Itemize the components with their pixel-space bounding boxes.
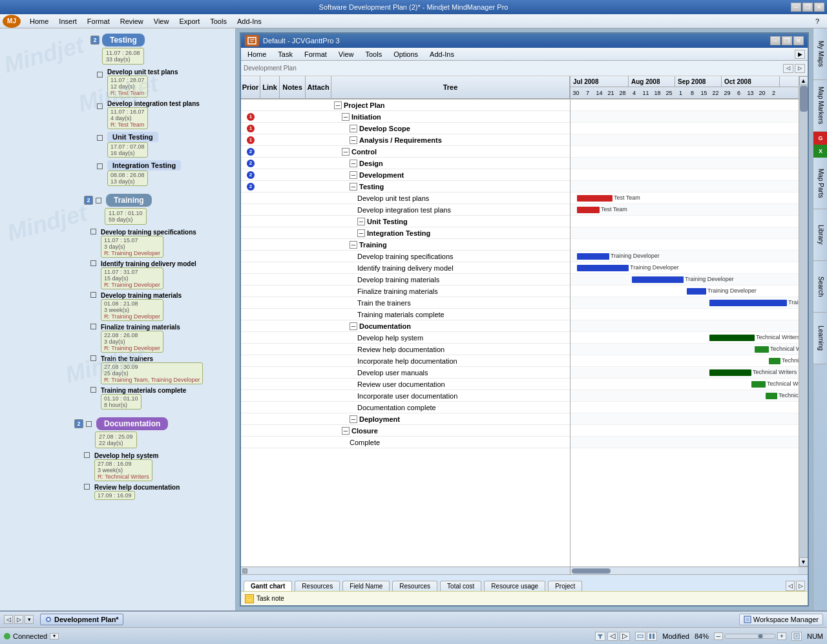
checkbox-help-system[interactable] — [84, 452, 90, 458]
scroll-thumb[interactable] — [800, 86, 808, 112]
gantt-bar[interactable] — [709, 369, 751, 376]
filter-btn[interactable] — [595, 632, 605, 641]
gantt-fwd-btn[interactable]: ▷ — [795, 64, 805, 73]
expand-collapse-btn[interactable]: ─ — [350, 322, 357, 330]
menu-view[interactable]: View — [149, 16, 174, 26]
checkbox-integration-test-plans[interactable] — [97, 103, 103, 109]
checkbox-finalize-materials[interactable] — [90, 324, 96, 329]
help-button[interactable]: ? — [810, 16, 824, 26]
gantt-bar[interactable] — [769, 358, 780, 364]
expand-collapse-btn[interactable]: ─ — [350, 415, 357, 423]
menu-addins[interactable]: Add-Ins — [232, 16, 267, 26]
menu-insert[interactable]: Insert — [54, 16, 82, 26]
gantt-menu-view[interactable]: View — [335, 50, 358, 59]
gantt-bar[interactable] — [709, 335, 755, 341]
restore-button[interactable]: ❐ — [802, 3, 813, 12]
checkbox-integration-testing[interactable] — [97, 163, 103, 169]
expand-collapse-btn[interactable]: ─ — [350, 183, 357, 191]
scroll-down-btn[interactable]: ▼ — [799, 557, 808, 566]
gantt-bar[interactable] — [751, 381, 766, 388]
checkbox-review-help-docs[interactable] — [84, 484, 90, 490]
training-node[interactable]: Training — [106, 194, 152, 207]
zoom-slider[interactable] — [724, 634, 776, 639]
close-button[interactable]: ✕ — [814, 3, 824, 12]
tab-resource-usage[interactable]: Resource usage — [484, 581, 545, 591]
expand-collapse-btn[interactable]: ─ — [357, 229, 365, 237]
gantt-back-btn[interactable]: ◁ — [783, 64, 793, 73]
taskbar-down-btn[interactable]: ▾ — [25, 615, 34, 624]
view-mode-2-btn[interactable] — [647, 632, 657, 641]
sidebar-gantt-icon[interactable]: G — [813, 132, 827, 145]
expand-collapse-btn[interactable]: ─ — [342, 148, 350, 156]
status-dropdown-btn[interactable]: ▾ — [50, 633, 59, 639]
menu-format[interactable]: Format — [82, 16, 115, 26]
sidebar-excel-icon[interactable]: X — [813, 145, 827, 158]
tab-gantt-chart[interactable]: Gantt chart — [244, 581, 292, 591]
checkbox-train-trainers[interactable] — [90, 355, 96, 361]
gantt-restore-btn[interactable]: ❐ — [782, 36, 792, 45]
gantt-menu-task[interactable]: Task — [274, 50, 297, 59]
left-scroll-thumb[interactable] — [242, 568, 247, 574]
checkbox-unit-testing[interactable] — [97, 135, 103, 141]
scroll-up-btn[interactable]: ▲ — [799, 76, 808, 85]
sidebar-tab-my-maps[interactable]: My Maps — [813, 28, 827, 80]
expand-collapse-btn[interactable]: ─ — [342, 113, 350, 121]
gantt-bar[interactable] — [687, 288, 706, 295]
expand-collapse-btn[interactable]: ─ — [342, 427, 350, 435]
taskbar-fwd-btn[interactable]: ▷ — [14, 615, 23, 624]
gantt-expand-btn[interactable]: ▶ — [795, 50, 805, 59]
gantt-bar[interactable] — [577, 195, 612, 202]
expand-collapse-btn[interactable]: ─ — [334, 101, 342, 109]
gantt-bar[interactable] — [709, 300, 787, 306]
tab-prev-btn[interactable]: ◁ — [786, 581, 795, 591]
scroll-track[interactable] — [799, 85, 808, 557]
sidebar-tab-library[interactable]: Library — [813, 209, 827, 261]
view-mode-1-btn[interactable] — [635, 632, 645, 641]
expand-collapse-btn[interactable]: ─ — [350, 171, 357, 179]
gantt-bar[interactable] — [755, 346, 769, 353]
expand-collapse-btn[interactable]: ─ — [350, 136, 357, 144]
right-hscroll[interactable] — [571, 567, 799, 574]
testing-node[interactable]: Testing — [102, 34, 145, 47]
nav-fwd-status-btn[interactable]: ▷ — [620, 632, 630, 641]
sidebar-tab-search[interactable]: Search — [813, 261, 827, 313]
zoom-in-btn[interactable]: + — [777, 632, 786, 640]
gantt-bar[interactable] — [577, 207, 600, 213]
tab-field-name[interactable]: Field Name — [342, 581, 390, 591]
checkbox-documentation[interactable] — [86, 421, 92, 427]
checkbox-develop-materials[interactable] — [90, 292, 96, 298]
vertical-scrollbar[interactable]: ▲ ▼ — [799, 76, 808, 566]
fullscreen-btn[interactable] — [791, 632, 802, 641]
expand-collapse-btn[interactable]: ─ — [350, 241, 357, 249]
gantt-bar[interactable] — [577, 265, 629, 271]
checkbox-materials-complete[interactable] — [90, 387, 96, 393]
zoom-out-btn[interactable]: ─ — [714, 632, 723, 640]
gantt-menu-format[interactable]: Format — [300, 50, 331, 59]
sidebar-tab-map-markers[interactable]: Map Markers — [813, 80, 827, 132]
expand-collapse-btn[interactable]: ─ — [357, 218, 365, 225]
menu-export[interactable]: Export — [174, 16, 205, 26]
nav-back-status-btn[interactable]: ◁ — [607, 632, 618, 641]
checkbox-training[interactable] — [96, 198, 101, 203]
sidebar-tab-map-parts[interactable]: Map Parts — [813, 158, 827, 209]
gantt-bar[interactable] — [577, 253, 609, 260]
menu-review[interactable]: Review — [115, 16, 149, 26]
left-hscroll[interactable] — [241, 567, 571, 574]
tab-next-btn[interactable]: ▷ — [796, 581, 805, 591]
checkbox-delivery-model[interactable] — [90, 260, 96, 266]
minimize-button[interactable]: ─ — [791, 3, 801, 12]
expand-collapse-btn[interactable]: ─ — [350, 160, 357, 167]
gantt-minimize-btn[interactable]: ─ — [770, 36, 780, 45]
right-scroll-thumb[interactable] — [572, 568, 611, 574]
zoom-slider-thumb[interactable] — [758, 634, 763, 639]
checkbox-unit-test-plans[interactable] — [97, 72, 103, 78]
gantt-menu-home[interactable]: Home — [244, 50, 270, 59]
gantt-menu-addins[interactable]: Add-Ins — [426, 50, 458, 59]
menu-tools[interactable]: Tools — [205, 16, 232, 26]
gantt-menu-options[interactable]: Options — [390, 50, 422, 59]
checkbox-develop-specs[interactable] — [90, 229, 96, 234]
gantt-bar[interactable] — [632, 276, 684, 283]
documentation-node[interactable]: Documentation — [96, 417, 168, 430]
tab-resources-2[interactable]: Resources — [392, 581, 437, 591]
sidebar-tab-learning[interactable]: Learning — [813, 313, 827, 364]
